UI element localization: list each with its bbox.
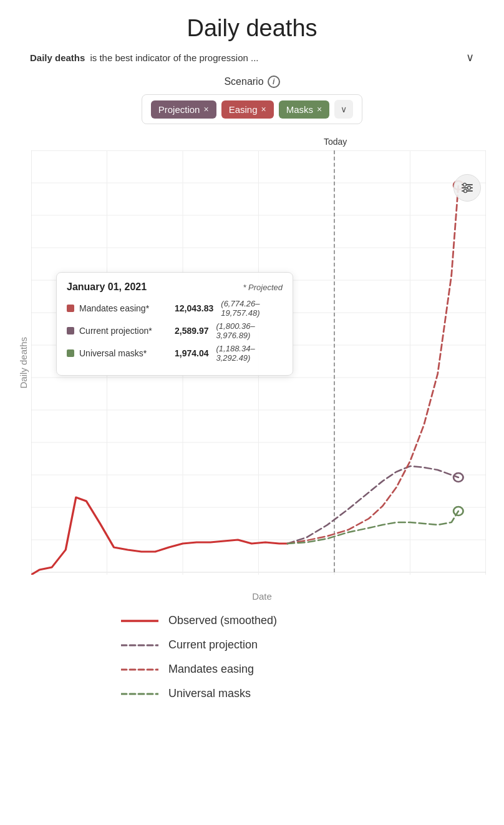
chip-masks[interactable]: Masks ×	[279, 100, 330, 119]
legend-line-projection	[121, 640, 158, 650]
tooltip-range-masks: (1,188.34–3,292.49)	[216, 344, 283, 363]
tooltip-range-easing: (6,774.26–19,757.48)	[221, 299, 283, 318]
tooltip-row-easing: Mandates easing* 12,043.83 (6,774.26–19,…	[67, 299, 283, 318]
tooltip-swatch-projection	[67, 327, 74, 334]
tooltip-value-projection: 2,589.97	[175, 326, 209, 336]
description-row: Daily deaths is the best indicator of th…	[15, 51, 489, 64]
scenario-dropdown-btn[interactable]: ∨	[334, 100, 353, 119]
legend-line-observed	[121, 616, 158, 626]
tooltip-row-projection: Current projection* 2,589.97 (1,800.36–3…	[67, 321, 283, 340]
legend-label-easing: Mandates easing	[168, 663, 254, 676]
chart-area: Daily deaths	[18, 150, 486, 575]
today-label: Today	[324, 137, 347, 147]
svg-point-46	[463, 183, 467, 187]
tooltip-box: January 01, 2021 * Projected Mandates ea…	[56, 272, 293, 376]
tooltip-date: January 01, 2021	[67, 281, 147, 293]
x-axis-label: Date	[38, 591, 486, 602]
tooltip-name-masks: Universal masks*	[79, 348, 170, 358]
chart-container: Today Daily deaths	[18, 137, 486, 602]
tooltip-value-easing: 12,043.83	[175, 303, 213, 313]
legend-line-easing	[121, 665, 158, 675]
chip-easing[interactable]: Easing ×	[221, 100, 274, 119]
scenario-label-text: Scenario	[224, 76, 263, 87]
legend-item-observed: Observed (smoothed)	[121, 614, 420, 627]
legend-item-easing: Mandates easing	[121, 663, 420, 676]
description-rest: is the best indicator of the progression…	[90, 52, 258, 63]
scenario-section: Scenario i Projection × Easing × Masks ×…	[0, 76, 504, 124]
filter-button[interactable]	[453, 174, 481, 202]
scenario-info-icon[interactable]: i	[268, 76, 280, 88]
tooltip-name-easing: Mandates easing*	[79, 303, 170, 313]
tooltip-swatch-easing	[67, 305, 74, 312]
chip-projection-label: Projection	[158, 104, 200, 115]
tooltip-row-masks: Universal masks* 1,974.04 (1,188.34–3,29…	[67, 344, 283, 363]
chip-masks-label: Masks	[286, 104, 313, 115]
legend-item-masks: Universal masks	[121, 687, 420, 700]
svg-point-47	[468, 187, 471, 190]
chip-projection-close[interactable]: ×	[203, 104, 208, 114]
description-chevron[interactable]: ∨	[466, 51, 474, 64]
y-axis-label: Daily deaths	[18, 337, 29, 389]
chart-inner: 13k 12k 11k 10k 9k 8k 7k 6k 5k 4k 3k 2k …	[31, 150, 486, 575]
chip-easing-label: Easing	[229, 104, 258, 115]
scenario-chips-container: Projection × Easing × Masks × ∨	[142, 94, 362, 124]
scenario-label-row: Scenario i	[224, 76, 279, 88]
chip-masks-close[interactable]: ×	[317, 104, 322, 114]
tooltip-projected-label: * Projected	[243, 283, 283, 292]
tooltip-header: January 01, 2021 * Projected	[67, 281, 283, 293]
chip-easing-close[interactable]: ×	[261, 104, 266, 114]
svg-point-48	[464, 190, 467, 193]
legend-label-masks: Universal masks	[168, 687, 251, 700]
tooltip-name-projection: Current projection*	[79, 326, 170, 336]
tooltip-value-masks: 1,974.04	[175, 348, 209, 358]
description-bold: Daily deaths	[30, 52, 85, 63]
legend-section: Observed (smoothed) Current projection M…	[84, 614, 420, 711]
legend-label-observed: Observed (smoothed)	[168, 614, 277, 627]
filter-icon	[460, 181, 474, 195]
chip-projection[interactable]: Projection ×	[151, 100, 216, 119]
legend-item-projection: Current projection	[121, 638, 420, 652]
legend-line-masks	[121, 689, 158, 699]
tooltip-range-projection: (1,800.36–3,976.89)	[216, 321, 283, 340]
legend-label-projection: Current projection	[168, 638, 258, 652]
tooltip-swatch-masks	[67, 349, 74, 357]
page-title: Daily deaths	[187, 15, 317, 42]
